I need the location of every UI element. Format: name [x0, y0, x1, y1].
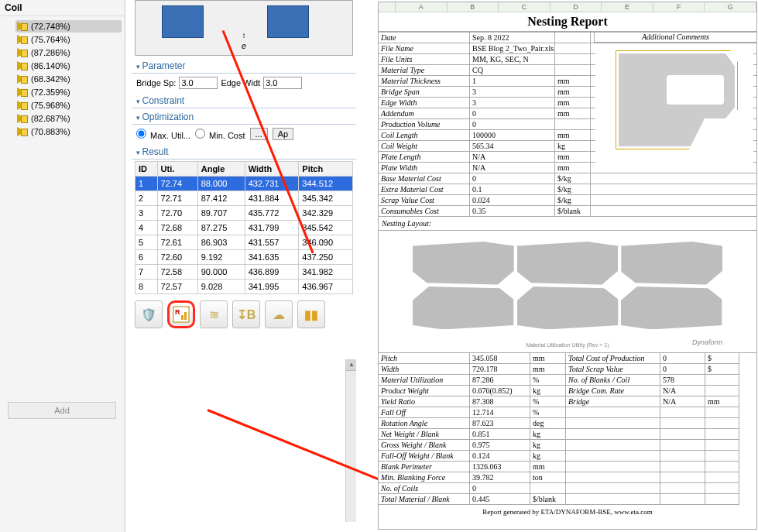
- info-value: N/A: [470, 152, 555, 162]
- edge-width-input[interactable]: [263, 77, 302, 89]
- result-row[interactable]: 672.609.192341.635437.250: [135, 250, 353, 265]
- min-cost-radio-label[interactable]: Min. Cost: [195, 129, 245, 140]
- result-col-header[interactable]: Width: [245, 162, 299, 177]
- result-cell: 436.967: [299, 280, 353, 294]
- axis-caption: Material Utilization Utility (Rev = 1): [526, 342, 609, 348]
- summary-value: ton: [530, 472, 566, 483]
- report-footer: Report generated by ETA/DYNAFORM-BSE, ww…: [379, 505, 756, 519]
- info-row: Base Material Cost0$/kg: [379, 173, 756, 184]
- result-row[interactable]: 772.5890.000436.899341.982: [135, 265, 353, 280]
- summary-value: [660, 440, 705, 451]
- coil-tree-item[interactable]: (68.342%): [15, 73, 122, 85]
- summary-value: N/A: [660, 386, 705, 396]
- result-row[interactable]: 572.6186.903431.557346.090: [135, 235, 353, 250]
- result-row[interactable]: 172.7488.000432.731344.512: [135, 177, 353, 191]
- coil-icon: [17, 88, 28, 97]
- info-value: 0: [470, 119, 555, 129]
- summary-key: [566, 462, 660, 472]
- info-unit: mm: [555, 98, 591, 108]
- sheet-col-head[interactable]: E: [602, 2, 653, 12]
- shield-tool-button[interactable]: 🛡️: [135, 300, 163, 328]
- optimization-section-head[interactable]: Optimization: [132, 110, 356, 125]
- sheet-col-head[interactable]: [379, 2, 396, 12]
- result-row[interactable]: 272.7187.412431.884345.342: [135, 191, 353, 206]
- info-value: 100000: [470, 130, 555, 140]
- coil-tree-item[interactable]: (86.140%): [15, 60, 122, 72]
- result-row[interactable]: 472.6887.275431.799345.542: [135, 221, 353, 235]
- summary-key: No. of Blanks / Coil: [566, 375, 660, 386]
- bend-icon: ↧B: [237, 307, 256, 322]
- constraint-section-head[interactable]: Constraint: [132, 94, 356, 108]
- summary-value: [660, 462, 705, 472]
- coil-tree-item[interactable]: (75.968%): [15, 99, 122, 112]
- sheet-col-head[interactable]: F: [653, 2, 705, 12]
- result-cell: 342.329: [299, 206, 353, 221]
- summary-key: Material Utilization: [379, 375, 470, 386]
- summary-value: 87.308: [470, 396, 530, 407]
- info-value: 1: [470, 76, 555, 86]
- wave-tool-button[interactable]: ≋: [200, 300, 228, 328]
- coil-tree-item[interactable]: (70.883%): [15, 125, 122, 138]
- info-key: Base Material Cost: [379, 173, 470, 184]
- summary-value: [660, 418, 705, 429]
- sheet-col-head[interactable]: D: [550, 2, 602, 12]
- summary-key: Fall Off: [379, 407, 470, 418]
- result-row[interactable]: 872.579.028341.995436.967: [135, 280, 353, 294]
- align-icon: ▮▮: [304, 307, 318, 322]
- result-col-header[interactable]: Uti.: [157, 162, 197, 177]
- result-table: IDUti.AngleWidthPitch 172.7488.000432.73…: [135, 161, 353, 294]
- summary-key: Yield Ratio: [379, 396, 470, 407]
- max-util-radio[interactable]: [136, 129, 146, 139]
- apply-button[interactable]: Ap: [273, 128, 293, 140]
- summary-value: [660, 472, 705, 483]
- scroll-up-icon[interactable]: ▲: [348, 361, 355, 368]
- gap-arrow-icon: ↕: [242, 31, 246, 39]
- result-col-header[interactable]: Angle: [197, 162, 245, 177]
- report-tool-button[interactable]: R: [167, 300, 195, 328]
- nest-part-icon: [621, 242, 722, 285]
- result-col-header[interactable]: ID: [135, 162, 158, 177]
- report-title: Nesting Report: [379, 12, 756, 32]
- result-cell: 432.731: [245, 177, 299, 191]
- coil-tree-item[interactable]: (82.687%): [15, 112, 122, 125]
- align-tool-button[interactable]: ▮▮: [297, 300, 325, 328]
- summary-key: Blank Perimeter: [379, 462, 470, 472]
- sheet-col-head[interactable]: A: [396, 2, 448, 12]
- max-util-radio-label[interactable]: Max. Util...: [136, 129, 190, 140]
- coil-tree-item[interactable]: (72.359%): [15, 86, 122, 98]
- nest-part-icon: [413, 242, 514, 285]
- info-value: 0.1: [470, 184, 555, 194]
- summary-value: N/A: [660, 396, 705, 407]
- info-row: Plate WidthN/Amm: [379, 162, 756, 173]
- summary-value: 0: [660, 353, 705, 364]
- scrollbar[interactable]: ▲: [345, 359, 356, 522]
- coil-item-label: (72.748%): [31, 22, 70, 31]
- result-row[interactable]: 372.7089.707435.772342.329: [135, 206, 353, 221]
- sheet-col-head[interactable]: C: [499, 2, 550, 12]
- result-section-head[interactable]: Result: [132, 145, 356, 160]
- cloud-icon: ☁: [273, 307, 285, 322]
- bend-tool-button[interactable]: ↧B: [232, 300, 260, 328]
- summary-value: 0.975: [470, 440, 530, 451]
- info-key: Scrap Value Cost: [379, 195, 470, 205]
- info-key: Plate Length: [379, 152, 470, 162]
- coil-tree-item[interactable]: (72.748%): [15, 20, 122, 33]
- parameter-section-head[interactable]: Parameter: [132, 59, 356, 74]
- coil-tree-item[interactable]: (87.286%): [15, 46, 122, 59]
- cloud-tool-button[interactable]: ☁: [265, 300, 293, 328]
- svg-rect-2: [181, 315, 183, 320]
- sidebar: Coil (72.748%)(75.764%)(87.286%)(86.140%…: [0, 0, 125, 532]
- summary-value: deg: [530, 418, 566, 429]
- coil-tree-item[interactable]: (75.764%): [15, 33, 122, 46]
- bridge-span-input[interactable]: [179, 77, 218, 89]
- result-col-header[interactable]: Pitch: [299, 162, 353, 177]
- result-cell: 5: [135, 235, 158, 250]
- sheet-col-head[interactable]: B: [448, 2, 499, 12]
- summary-key: Pitch: [379, 353, 470, 364]
- sheet-col-head[interactable]: G: [705, 2, 756, 12]
- min-cost-radio[interactable]: [195, 129, 205, 139]
- summary-key: Bridge Com. Rate: [566, 386, 660, 396]
- summary-value: mm: [530, 462, 566, 472]
- add-button[interactable]: Add: [8, 402, 116, 419]
- coil-item-label: (72.359%): [31, 88, 70, 97]
